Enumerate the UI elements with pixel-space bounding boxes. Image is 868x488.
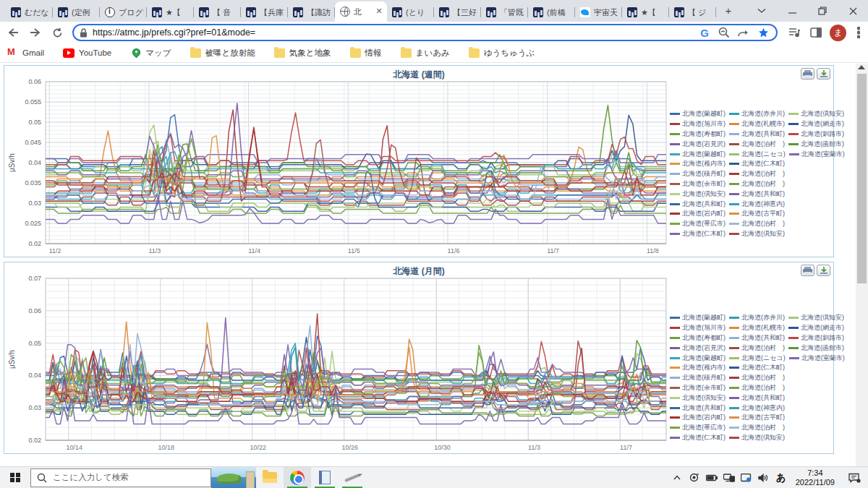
bookmark-4[interactable]: 気象と地象 [274,48,331,59]
tab-close-icon[interactable]: ✕ [374,7,384,17]
print-chart-button[interactable] [801,68,814,80]
y-tick-label: 0.02 [28,240,41,247]
y-axis-label: μSv/h [8,153,16,172]
start-button[interactable] [0,467,30,488]
x-tick-label: 11/7 [547,247,559,254]
browser-tab-10[interactable]: 「皆既 [481,3,528,22]
pen-app-button[interactable] [339,467,366,488]
taskbar-clock[interactable]: 7:34 2022/11/09 [790,468,841,487]
minimize-button[interactable] [777,0,807,22]
legend-label: 北海道(泊村 ) [741,383,785,393]
legend-label: 北海道(古平町) [741,413,785,422]
bookmark-2[interactable]: マップ [130,48,171,59]
bookmark-7[interactable]: ゆうちゅうぶ [469,48,535,59]
tab-label: 【 音 [213,7,238,18]
widgets-thumbnail[interactable] [211,467,256,488]
browser-tab-5[interactable]: 【兵庫 [241,3,288,22]
browser-tab-8[interactable]: (とり [387,3,434,22]
legend-label: 北海道(仁木町) [741,363,785,372]
legend-item: 北海道(室蘭市) [789,150,845,159]
lock-icon [80,28,88,38]
legend-label: 北海道(岩見沢) [682,343,726,353]
file-explorer-button[interactable] [256,467,284,488]
share-icon[interactable] [736,25,751,40]
legend-label: 北海道(蘭越町) [682,109,726,119]
page-scrollbar[interactable] [856,64,868,466]
site-favicon-icon [293,7,303,17]
volume-icon[interactable] [755,467,773,488]
bookmark-star-icon[interactable] [756,25,770,40]
address-bar[interactable]: https://atmc.jp/prefs.cgi?pref=01&mode= … [72,24,778,41]
legend-swatch [670,143,680,145]
browser-tab-6[interactable]: 【諏訪 [288,3,335,22]
media-controls-icon[interactable] [785,23,804,42]
browser-tab-13[interactable]: ★【 [622,3,669,22]
profile-avatar[interactable]: ま [830,25,846,41]
browser-tab-3[interactable]: ★【 [147,3,194,22]
browser-menu-icon[interactable] [849,23,868,42]
tab-search-chevron-icon[interactable] [746,0,777,22]
twitter-favicon-icon [580,7,590,17]
folder-icon [274,48,285,58]
scrollbar-thumb[interactable] [857,74,867,283]
onedrive-status-icon[interactable] [686,467,703,488]
browser-tab-1[interactable]: (定例 [53,3,100,22]
legend-label: 北海道(室蘭市) [801,150,845,159]
hidden-icons-chevron[interactable] [668,467,686,488]
reload-button[interactable] [48,23,67,42]
legend-item: 北海道(共和町) [670,200,726,209]
legend-swatch [788,113,799,115]
browser-tab-9[interactable]: 【三好 [434,3,481,22]
ime-indicator[interactable]: あ [773,467,790,488]
new-tab-button[interactable]: + [719,1,738,20]
forward-button[interactable] [27,23,45,42]
action-center-button[interactable] [841,467,868,488]
folder-icon [401,48,412,58]
legend-item: 北海道(倶知安) [729,229,785,239]
y-tick-label: 0.03 [28,200,41,207]
browser-tab-4[interactable]: 【 音 [194,3,241,22]
legend-item: 北海道(帯広市) [670,219,726,228]
download-chart-button[interactable] [817,265,830,276]
zoom-indicator-icon[interactable] [717,25,731,40]
back-button[interactable] [4,23,22,42]
side-panel-icon[interactable] [807,23,825,42]
site-favicon-icon [246,7,256,17]
tab-label: 【諏訪 [307,7,332,18]
browser-tab-12[interactable]: 宇宙天 [575,3,622,22]
legend-swatch [729,407,739,409]
tablet-notification-icon[interactable] [738,467,755,488]
browser-tab-0[interactable]: むだな [6,3,53,22]
network-icon[interactable] [720,467,738,488]
bookmark-6[interactable]: まいあみ [401,48,450,59]
bookmark-5[interactable]: 情報 [350,48,382,59]
browser-tab-14[interactable]: 【 ジ [669,3,716,22]
browser-tab-11[interactable]: (前橋 [528,3,575,22]
legend-swatch [729,357,739,359]
print-chart-button[interactable] [801,265,814,276]
download-chart-button[interactable] [817,68,830,80]
battery-icon[interactable] [703,467,720,488]
notepad-button[interactable] [311,467,339,488]
taskbar-search-box[interactable]: ここに入力して検索 [30,468,211,487]
browser-tab-2[interactable]: ブログ: [100,3,147,22]
close-window-button[interactable] [838,0,868,22]
legend-swatch [729,397,739,399]
legend-swatch [729,203,739,205]
legend-swatch [729,327,739,329]
google-icon[interactable]: G [697,25,712,40]
legend-item: 北海道(釧路市) [788,333,844,343]
legend-label: 北海道(倶知安) [801,313,844,322]
browser-tab-7[interactable]: 北✕ [335,1,387,22]
legend-swatch [729,223,739,225]
restore-button[interactable] [807,0,838,22]
legend-row: 北海道(寿都町)北海道(共和町)北海道(釧路市) [670,129,830,140]
legend-swatch [729,183,739,185]
scrollbar-up-arrow[interactable] [858,65,865,69]
bookmark-3[interactable]: 被曝と放射能 [190,48,255,59]
folder-icon [469,48,480,58]
chrome-button[interactable] [284,467,311,488]
bookmark-1[interactable]: YouTube [63,48,111,58]
bookmark-0[interactable]: Gmail [7,48,44,58]
legend-swatch [670,317,680,319]
